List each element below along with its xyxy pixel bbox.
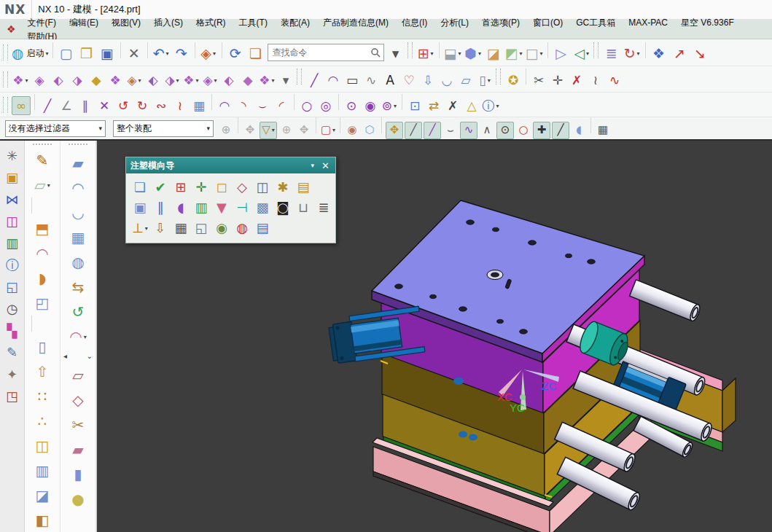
menu-window[interactable]: 窗口(O)	[526, 15, 569, 30]
collapse-down-button[interactable]: ⌄	[87, 352, 93, 360]
window-exit-icon[interactable]: ◳	[3, 386, 22, 407]
four-point-surface-button[interactable]: ▰	[64, 151, 92, 176]
studio-surface-button[interactable]: ⇆	[64, 275, 92, 300]
loop-curve-button[interactable]: ↺	[114, 97, 132, 114]
wave-curve-button[interactable]: ∾	[152, 97, 170, 114]
menu-edit[interactable]: 编辑(E)	[63, 15, 105, 30]
show-only-button[interactable]: ▷	[552, 44, 571, 63]
text-button[interactable]: A	[381, 72, 399, 90]
cylinder-primitive-button[interactable]: ▮	[64, 462, 92, 487]
toolbar-overflow[interactable]: ▾	[277, 72, 295, 90]
arc-button[interactable]: ◠	[324, 72, 342, 90]
grid-window-button[interactable]: ▦	[190, 97, 208, 114]
mold-base-library-button[interactable]: ▤	[294, 178, 313, 197]
circle-3point-button[interactable]: ◎	[317, 97, 335, 114]
draft-analysis-button[interactable]: △	[463, 97, 480, 114]
ejector-pin-button[interactable]: ∥	[151, 198, 170, 217]
shaded-view-button[interactable]: ⬢▾	[464, 44, 483, 63]
toolbar-grip[interactable]	[297, 69, 302, 85]
pocket-button[interactable]: ⊔	[294, 198, 313, 217]
system-tools-icon[interactable]: ✦	[3, 364, 22, 386]
window-layout-button[interactable]: ❏	[246, 44, 265, 63]
sketch-button[interactable]: ✎	[28, 148, 56, 173]
menu-assemblies[interactable]: 装配(A)	[274, 15, 316, 30]
copy-display-button[interactable]: ◈▾	[199, 44, 218, 63]
datum-triad-button[interactable]: ∠	[58, 97, 75, 114]
measure-component-button[interactable]: ◈▾	[201, 72, 219, 90]
toolbar-grip[interactable]	[593, 42, 599, 58]
design-pocket-button[interactable]: ⇩	[151, 219, 170, 238]
bounded-plane-button[interactable]: ◇	[64, 388, 92, 412]
move-gray-button[interactable]: ✥	[242, 122, 258, 138]
draft-component-button[interactable]: ◆	[239, 72, 257, 90]
chevron-down-icon[interactable]: ▾	[305, 162, 321, 169]
face-component-button[interactable]: ⬗	[69, 72, 86, 90]
grid-toggle[interactable]: ▦	[595, 122, 611, 138]
menu-file[interactable]: 文件(F)	[21, 15, 63, 30]
column-grip[interactable]	[33, 144, 52, 145]
reuse-library-icon[interactable]: ▥	[3, 232, 22, 254]
loop-curve-2-button[interactable]: ↻	[133, 97, 151, 114]
snap-cube-button[interactable]: ⬡	[362, 122, 378, 138]
view-manager-button[interactable]: ◱	[192, 219, 211, 238]
assembly-drawing-button[interactable]: ▤	[253, 219, 272, 238]
project-curve-button[interactable]: ⇩	[419, 72, 437, 90]
join-curve-button[interactable]: ≀	[587, 72, 604, 90]
palette-title-bar[interactable]: 注塑模向导 ▾ ✕	[126, 157, 335, 173]
toolbar-grip[interactable]	[496, 69, 501, 85]
toolbar-grip[interactable]	[3, 71, 8, 87]
mold-tools-button[interactable]: ✱	[273, 178, 292, 197]
pair-component-button[interactable]: ❖▾	[182, 72, 200, 90]
gate-library-button[interactable]: ▼	[212, 198, 231, 217]
initialize-project-button[interactable]: ❏	[130, 178, 149, 197]
roles-icon[interactable]: ▚	[3, 320, 22, 342]
rectangle-button[interactable]: ▭	[343, 72, 361, 90]
assembly-cubes-button[interactable]: ∷	[28, 384, 56, 409]
system-scenes-icon[interactable]: ✎	[3, 342, 22, 364]
snap-tangent-toggle[interactable]: ⌣	[442, 122, 459, 138]
sheet-body-button[interactable]: ▱	[64, 363, 92, 388]
trim-body-button[interactable]: ◪	[28, 483, 56, 508]
runner-button[interactable]: ⊣	[233, 198, 252, 217]
selection-filter-combo[interactable]: 没有选择过滤器 ▾	[5, 120, 106, 137]
bom-table-button[interactable]: ▦	[171, 219, 190, 238]
repair-sheet-button[interactable]: ✂	[64, 412, 92, 437]
undo-button[interactable]: ↶▾	[152, 44, 171, 63]
layer-settings-button[interactable]: ≣	[602, 44, 621, 63]
cooling-tools-button[interactable]: ▩	[253, 198, 272, 217]
toolbar-grip[interactable]	[3, 97, 8, 113]
offset-surface-button[interactable]: ⇧	[28, 359, 56, 384]
arc-center-button[interactable]: ◝	[235, 97, 252, 114]
arc-fillet-button[interactable]: ⌣	[254, 97, 271, 114]
fit-view-button[interactable]: ⊞▾	[416, 44, 435, 63]
column-grip[interactable]	[69, 144, 87, 148]
save-button[interactable]: ▣	[98, 44, 117, 63]
extrude-button[interactable]: ⬒	[28, 216, 56, 241]
snip-curve-button[interactable]: ✗	[568, 72, 585, 90]
standard-part-library-button[interactable]: ▣	[130, 198, 149, 217]
vector-constructor-button[interactable]: ↗	[670, 44, 689, 63]
web-browser-icon[interactable]: ◱	[3, 276, 22, 298]
trim-mold-components-button[interactable]: ⊥▾	[130, 219, 149, 238]
revolve-button[interactable]: ◗	[28, 266, 56, 291]
constraint-navigator-icon[interactable]: ⋈	[3, 189, 22, 211]
snap-point-toggle[interactable]: ✥	[386, 122, 403, 139]
cross-line-button[interactable]: ✕	[95, 97, 113, 114]
close-icon[interactable]: ✕	[320, 160, 331, 171]
delete-button[interactable]: ✕	[125, 44, 144, 63]
history-icon[interactable]: ◷	[3, 298, 22, 320]
menu-xingkong[interactable]: 星空 V6.936F	[674, 15, 741, 30]
menu-tools[interactable]: 工具(T)	[233, 15, 274, 30]
mold-csys-triad-button[interactable]: ✛	[192, 178, 211, 197]
smooth-curve-button[interactable]: ∿	[606, 72, 623, 90]
datum-plane-button[interactable]: ▱▾	[28, 173, 56, 197]
touch-mode-button[interactable]: ⟳	[226, 44, 245, 63]
sequence-button[interactable]: ⇄	[425, 97, 442, 114]
open-file-button[interactable]: ❐	[77, 44, 96, 63]
trim-corner-button[interactable]: ✛	[549, 72, 566, 90]
menu-information[interactable]: 信息(I)	[395, 15, 434, 30]
parallel-line-button[interactable]: ∥	[77, 97, 94, 114]
pane-view-button[interactable]: □▾	[525, 44, 544, 63]
pattern-faces-button[interactable]: ▥	[28, 458, 56, 483]
scatter-cubes-button[interactable]: ∴	[28, 409, 56, 434]
